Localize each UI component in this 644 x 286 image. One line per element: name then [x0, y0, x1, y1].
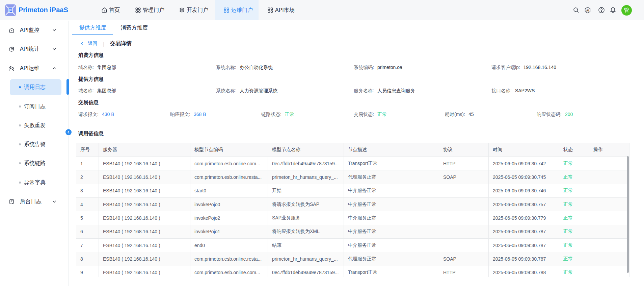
svg-text:AI: AI: [586, 9, 589, 12]
svg-text:P: P: [9, 8, 11, 13]
